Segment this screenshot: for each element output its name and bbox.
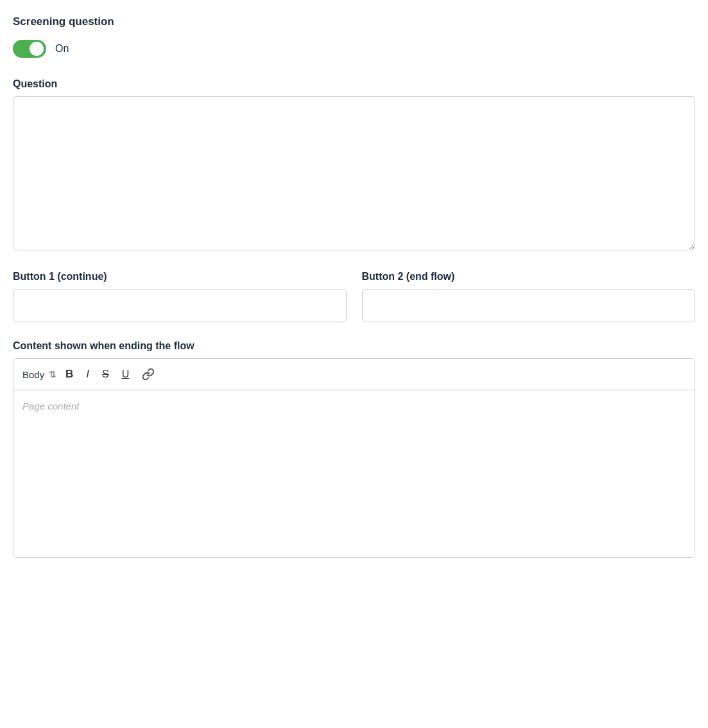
- question-textarea[interactable]: [13, 96, 695, 250]
- toggle-label: On: [55, 43, 69, 55]
- screening-question-title: Screening question: [13, 15, 695, 28]
- button2-label: Button 2 (end flow): [362, 271, 696, 282]
- button2-input[interactable]: [362, 289, 696, 322]
- chevron-icon: ⇅: [49, 369, 56, 379]
- question-label: Question: [13, 78, 695, 90]
- underline-button[interactable]: U: [118, 366, 134, 383]
- italic-label: I: [86, 368, 89, 381]
- style-select[interactable]: Body: [22, 369, 46, 380]
- content-label: Content shown when ending the flow: [13, 340, 695, 352]
- rich-editor: Body ⇅ B I S U: [13, 358, 695, 558]
- toggle-slider: [13, 40, 46, 58]
- bold-label: B: [65, 368, 73, 381]
- screening-question-section: Screening question On Question Button 1 …: [13, 15, 695, 558]
- button1-input[interactable]: [13, 289, 347, 322]
- link-icon: [142, 368, 155, 381]
- content-section: Content shown when ending the flow Body …: [13, 340, 695, 558]
- strike-label: S: [102, 368, 109, 380]
- toggle-switch[interactable]: [13, 40, 46, 58]
- editor-placeholder: Page content: [22, 401, 79, 412]
- italic-button[interactable]: I: [82, 365, 93, 383]
- button1-label: Button 1 (continue): [13, 271, 347, 282]
- button2-col: Button 2 (end flow): [362, 271, 696, 322]
- link-button[interactable]: [138, 365, 159, 383]
- toggle-row: On: [13, 40, 695, 58]
- editor-toolbar: Body ⇅ B I S U: [13, 359, 695, 390]
- bold-button[interactable]: B: [62, 365, 77, 383]
- underline-label: U: [122, 368, 130, 380]
- button1-col: Button 1 (continue): [13, 271, 347, 322]
- strikethrough-button[interactable]: S: [98, 366, 113, 383]
- button-row: Button 1 (continue) Button 2 (end flow): [13, 271, 695, 322]
- style-select-wrap[interactable]: Body ⇅: [22, 369, 56, 380]
- question-field-section: Question: [13, 78, 695, 253]
- editor-content[interactable]: Page content: [13, 390, 695, 557]
